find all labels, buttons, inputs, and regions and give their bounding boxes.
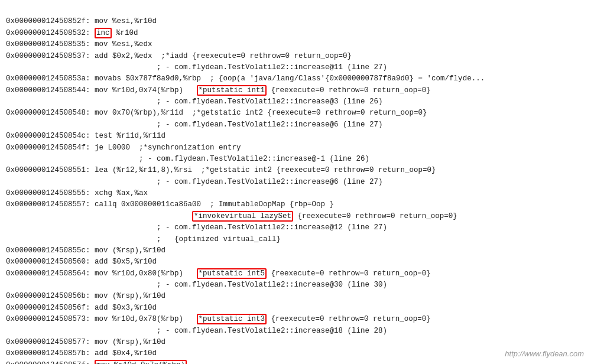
code-line: 0x000000012450856b: mov (%rsp),%r10d <box>6 291 585 302</box>
code-line: 0x0000000124508537: add $0x2,%edx ;*iadd… <box>6 51 585 62</box>
code-line: ; - com.flydean.TestVolatile2::increase@… <box>6 119 585 131</box>
highlighted-instruction: *putstatic int3 <box>197 314 267 324</box>
highlighted-instruction: mov %r10d,0x7c(%rbp) <box>95 360 187 364</box>
code-line: 0x000000012450852f: mov %esi,%r10d <box>6 16 585 27</box>
code-line: ; - com.flydean.TestVolatile2::increase@… <box>6 177 585 188</box>
code-line: 0x0000000124508532: inc %r10d <box>6 28 585 39</box>
code-line: 0x0000000124508551: lea (%r12,%r11,8),%r… <box>6 165 585 176</box>
code-line: ; - com.flydean.TestVolatile2::increase@… <box>6 222 585 233</box>
highlighted-instruction: *putstatic int5 <box>197 268 267 279</box>
code-line: ; - com.flydean.TestVolatile2::increase@… <box>6 326 585 337</box>
code-line: 0x000000012450855c: mov (%rsp),%r10d <box>6 245 585 256</box>
assembly-code-block: 0x000000012450852f: mov %esi,%r10d0x0000… <box>6 5 585 364</box>
code-line: ; {optimized virtual_call} <box>6 234 585 245</box>
code-line: 0x0000000124508564: mov %r10d,0x80(%rbp)… <box>6 268 585 280</box>
code-line: ; - com.flydean.TestVolatile2::increase@… <box>6 96 585 108</box>
code-line: 0x000000012450857b: add $0x4,%r10d <box>6 348 585 359</box>
code-line: 0x000000012450853a: movabs $0x787f8a9d0,… <box>6 73 585 84</box>
code-line: 0x0000000124508577: mov (%rsp),%r10d <box>6 337 585 348</box>
highlighted-instruction: *putstatic int1 <box>197 85 267 96</box>
code-line: ; - com.flydean.TestVolatile2::increase@… <box>6 280 585 291</box>
code-line: ; - com.flydean.TestVolatile2::increase@… <box>6 62 585 73</box>
highlighted-instruction: *invokevirtual lazySet <box>192 211 293 222</box>
code-line: 0x0000000124508557: callq 0x000000011ca8… <box>6 199 585 210</box>
code-line: 0x000000012450856f: add $0x3,%r10d <box>6 303 585 314</box>
code-line: 0x0000000124508573: mov %r10d,0x78(%rbp)… <box>6 314 585 325</box>
code-line: 0x0000000124508560: add $0x5,%r10d <box>6 256 585 268</box>
highlighted-instruction: inc <box>95 28 112 38</box>
watermark: http://www.flydean.com <box>505 349 584 358</box>
code-line: 0x0000000124508535: mov %esi,%edx <box>6 39 585 50</box>
code-line: *invokevirtual lazySet {reexecute=0 reth… <box>6 211 585 222</box>
code-line: 0x0000000124508548: mov 0x70(%rbp),%r11d… <box>6 108 585 119</box>
code-line: 0x000000012450857f: mov %r10d,0x7c(%rbp) <box>6 360 585 364</box>
code-line: 0x000000012450854c: test %r11d,%r11d <box>6 131 585 142</box>
code-line: 0x000000012450854f: je L0000 ;*synchroni… <box>6 142 585 154</box>
code-line: ; - com.flydean.TestVolatile2::increase@… <box>6 154 585 165</box>
code-line: 0x0000000124508544: mov %r10d,0x74(%rbp)… <box>6 85 585 96</box>
code-line: 0x0000000124508555: xchg %ax,%ax <box>6 188 585 199</box>
